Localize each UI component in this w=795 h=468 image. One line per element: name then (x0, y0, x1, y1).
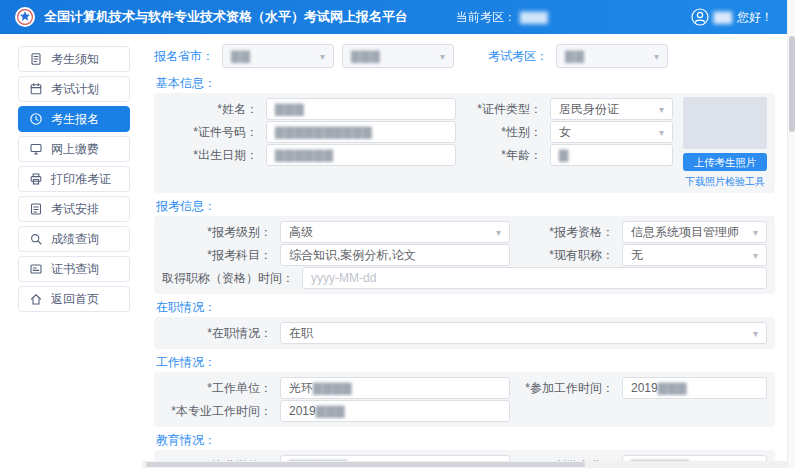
form-row: 取得职称（资格）时间： yyyy-MM-dd (162, 267, 767, 289)
sidebar-item-return-home[interactable]: 返回首页 (18, 286, 130, 312)
current-region: 当前考区： ▇▇▇ (456, 9, 548, 26)
title-time-input[interactable]: yyyy-MM-dd (302, 267, 767, 289)
list-icon (29, 202, 43, 216)
sidebar-item-label: 考试安排 (51, 201, 99, 218)
printer-icon (29, 172, 43, 186)
district-label: 考试考区： (488, 48, 548, 65)
vertical-scrollbar-thumb[interactable] (789, 36, 795, 132)
sidebar-item-candidate-registration[interactable]: 考生报名 (18, 106, 130, 132)
sidebar-nav: 考生须知 考试计划 考生报名 网上缴费 打印准考证 考试安排 成绩查询 (0, 34, 142, 468)
form-row: *姓名： ▇▇▇ *证件类型： 居民身份证 ▾ (162, 98, 673, 120)
chevron-down-icon: ▾ (659, 104, 664, 115)
sidebar-item-exam-schedule[interactable]: 考试安排 (18, 196, 130, 222)
sidebar-item-candidate-notice[interactable]: 考生须知 (18, 46, 130, 72)
id-type-select[interactable]: 居民身份证 ▾ (550, 98, 673, 120)
greeting-text: 您好！ (737, 9, 773, 26)
current-title-select[interactable]: 无 ▾ (622, 244, 767, 266)
chevron-down-icon: ▾ (654, 51, 659, 62)
sidebar-item-label: 考试计划 (51, 81, 99, 98)
chevron-down-icon: ▾ (753, 250, 758, 261)
sidebar-item-label: 返回首页 (51, 291, 99, 308)
age-input[interactable]: ▇ (550, 144, 673, 166)
region-toolbar: 报名省市： ▇▇ ▾ ▇▇▇ ▾ 考试考区： ▇▇ ▾ (154, 44, 775, 68)
sidebar-item-exam-plan[interactable]: 考试计划 (18, 76, 130, 102)
sidebar-item-label: 证书查询 (51, 261, 99, 278)
subjects-input[interactable]: 综合知识,案例分析,论文 (280, 244, 510, 266)
form-row: *出生日期： ▇▇▇▇▇▇ *年龄： ▇ (162, 144, 673, 166)
district-select[interactable]: ▇▇ ▾ (556, 44, 668, 68)
form-row: *工作单位： 光环▇▇▇▇ *参加工作时间： 2019▇▇▇ (162, 377, 767, 399)
chevron-down-icon: ▾ (320, 51, 325, 62)
sidebar-item-label: 成绩查询 (51, 231, 99, 248)
province-label: 报名省市： (154, 48, 214, 65)
sidebar-item-print-admission-ticket[interactable]: 打印准考证 (18, 166, 130, 192)
gender-select[interactable]: 女 ▾ (550, 121, 673, 143)
id-type-label: *证件类型： (456, 101, 550, 118)
section-title-work: 工作情况： (156, 355, 773, 369)
sidebar-item-online-payment[interactable]: 网上缴费 (18, 136, 130, 162)
sidebar-item-certificate-query[interactable]: 证书查询 (18, 256, 130, 282)
exam-level-label: *报考级别： (162, 224, 280, 241)
birth-date-input[interactable]: ▇▇▇▇▇▇ (266, 144, 456, 166)
qualification-label: *报考资格： (510, 224, 622, 241)
registration-form: 报名省市： ▇▇ ▾ ▇▇▇ ▾ 考试考区： ▇▇ ▾ 基本信息： *姓名： ▇… (142, 34, 787, 468)
sidebar-item-score-query[interactable]: 成绩查询 (18, 226, 130, 252)
site-logo-icon (14, 6, 36, 28)
form-row: *在职情况： 在职 ▾ (162, 322, 767, 344)
city-select[interactable]: ▇▇▇ ▾ (342, 44, 454, 68)
horizontal-scrollbar[interactable] (142, 461, 787, 468)
form-row: *报考级别： 高级 ▾ *报考资格： 信息系统项目管理师 ▾ (162, 221, 767, 243)
horizontal-scrollbar-thumb[interactable] (146, 462, 585, 467)
age-label: *年龄： (456, 147, 550, 164)
province-select[interactable]: ▇▇ ▾ (222, 44, 334, 68)
major-work-time-input[interactable]: 2019▇▇▇ (280, 400, 510, 422)
top-header: 全国计算机技术与软件专业技术资格（水平）考试网上报名平台 当前考区： ▇▇▇ ▇… (0, 0, 787, 34)
chevron-down-icon: ▾ (496, 227, 501, 238)
section-title-basic-info: 基本信息： (156, 76, 773, 90)
section-title-education: 教育情况： (156, 433, 773, 447)
work-start-input[interactable]: 2019▇▇▇ (622, 377, 767, 399)
employment-status-label: *在职情况： (162, 325, 280, 342)
form-row: *报考科目： 综合知识,案例分析,论文 *现有职称： 无 ▾ (162, 244, 767, 266)
current-title-label: *现有职称： (510, 247, 622, 264)
upload-photo-button[interactable]: 上传考生照片 (683, 153, 767, 171)
qualification-select[interactable]: 信息系统项目管理师 ▾ (622, 221, 767, 243)
basic-info-panel: *姓名： ▇▇▇ *证件类型： 居民身份证 ▾ *证件号码： ▇▇▇▇▇▇▇▇▇… (154, 93, 775, 193)
exam-level-select[interactable]: 高级 ▾ (280, 221, 510, 243)
user-menu[interactable]: ▇▇ 您好！ (691, 8, 773, 26)
vertical-scrollbar[interactable] (787, 0, 795, 468)
chevron-down-icon: ▾ (753, 328, 758, 339)
work-info-panel: *工作单位： 光环▇▇▇▇ *参加工作时间： 2019▇▇▇ *本专业工作时间：… (154, 372, 775, 427)
form-row: *本专业工作时间： 2019▇▇▇ (162, 400, 767, 422)
chevron-down-icon: ▾ (753, 227, 758, 238)
sidebar-item-label: 考生报名 (51, 111, 99, 128)
sidebar-item-label: 网上缴费 (51, 141, 99, 158)
download-photo-tool-link[interactable]: 下载照片检验工具 (683, 175, 767, 189)
sidebar-item-label: 打印准考证 (51, 171, 111, 188)
employment-panel: *在职情况： 在职 ▾ (154, 317, 775, 349)
current-region-label: 当前考区： (456, 9, 516, 26)
enroll-info-panel: *报考级别： 高级 ▾ *报考资格： 信息系统项目管理师 ▾ *报考科目： 综合… (154, 216, 775, 294)
section-title-employment: 在职情况： (156, 300, 773, 314)
birth-date-label: *出生日期： (162, 147, 266, 164)
certificate-icon (29, 262, 43, 276)
title-time-label: 取得职称（资格）时间： (162, 270, 302, 287)
subjects-label: *报考科目： (162, 247, 280, 264)
section-title-enroll-info: 报考信息： (156, 199, 773, 213)
gender-label: *性别： (456, 124, 550, 141)
work-start-label: *参加工作时间： (510, 380, 622, 397)
chevron-down-icon: ▾ (659, 127, 664, 138)
user-icon (691, 8, 709, 26)
id-number-input[interactable]: ▇▇▇▇▇▇▇▇▇▇ (266, 121, 456, 143)
work-unit-input[interactable]: 光环▇▇▇▇ (280, 377, 510, 399)
form-row: *证件号码： ▇▇▇▇▇▇▇▇▇▇ *性别： 女 ▾ (162, 121, 673, 143)
site-title: 全国计算机技术与软件专业技术资格（水平）考试网上报名平台 (44, 8, 408, 26)
employment-status-select[interactable]: 在职 ▾ (280, 322, 767, 344)
major-work-time-label: *本专业工作时间： (162, 403, 280, 420)
name-input[interactable]: ▇▇▇ (266, 98, 456, 120)
clock-icon (29, 112, 43, 126)
name-label: *姓名： (162, 101, 266, 118)
document-icon (29, 52, 43, 66)
chevron-down-icon: ▾ (440, 51, 445, 62)
id-number-label: *证件号码： (162, 124, 266, 141)
